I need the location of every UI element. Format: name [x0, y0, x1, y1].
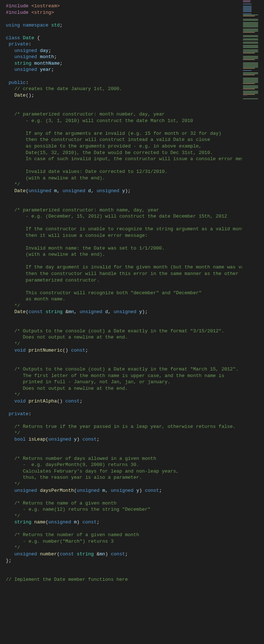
code-line[interactable]: then the constructor will construct inst…	[6, 137, 264, 143]
code-line[interactable]: /* Returns the number of a given named m…	[6, 532, 264, 538]
code-line[interactable]	[6, 360, 264, 366]
code-line[interactable]: /* Outputs to the console (cout) a Date …	[6, 328, 264, 335]
code-line[interactable]	[6, 321, 264, 328]
code-line[interactable]: Date();	[6, 92, 264, 99]
code-line[interactable]: unsigned month;	[6, 54, 264, 60]
code-line[interactable]: */	[6, 513, 264, 519]
code-line[interactable]: private:	[6, 41, 264, 48]
code-line[interactable]	[6, 220, 264, 226]
code-line[interactable]: /* Returns true if the year passed in is…	[6, 424, 264, 430]
code-line[interactable]: string monthName;	[6, 60, 264, 67]
code-line[interactable]: as month name.	[6, 296, 264, 303]
code-line[interactable]	[6, 105, 264, 112]
code-line[interactable]: */	[6, 430, 264, 437]
code-line[interactable]: */	[6, 481, 264, 487]
code-line[interactable]	[6, 16, 264, 22]
code-line[interactable]	[6, 98, 264, 105]
token-comment: parameterized constructor.	[6, 278, 102, 283]
code-line[interactable]: /* parameterized constructor: month name…	[6, 207, 264, 214]
code-line[interactable]: - e.g. number("March") returns 3	[6, 538, 264, 545]
code-line[interactable]	[6, 194, 264, 201]
code-line[interactable]: unsigned year;	[6, 66, 264, 73]
code-line[interactable]: (with a newline at the end).	[6, 251, 264, 258]
code-line[interactable]	[6, 124, 264, 130]
code-line[interactable]	[6, 570, 264, 577]
code-line[interactable]: bool isLeap(unsigned y) const;	[6, 436, 264, 443]
code-line[interactable]: string name(unsigned m) const;	[6, 519, 264, 526]
code-line[interactable]	[6, 201, 264, 207]
code-line[interactable]: void printAlpha() const;	[6, 398, 264, 405]
code-line[interactable]: then the constructor will handle this er…	[6, 271, 264, 277]
code-line[interactable]: If any of the arguments are invalid (e.g…	[6, 130, 264, 137]
code-line[interactable]: using namespace std;	[6, 22, 264, 29]
code-line[interactable]: printed in full - January, not Jan, jan,…	[6, 379, 264, 385]
token-func: Date	[14, 93, 25, 98]
code-line[interactable]	[6, 315, 264, 322]
code-line[interactable]: public:	[6, 80, 264, 86]
code-line[interactable]: unsigned number(const string &mn) const;	[6, 551, 264, 558]
code-line[interactable]: Invalid month name: the Date was set to …	[6, 245, 264, 252]
code-line[interactable]: Does not output a newline at the end.	[6, 334, 264, 341]
code-line[interactable]: /* parameterized constructor: month numb…	[6, 111, 264, 118]
code-line[interactable]: */	[6, 303, 264, 309]
code-line[interactable]	[6, 283, 264, 290]
code-line[interactable]: */	[6, 341, 264, 347]
code-line[interactable]: - e.g. name(12) returns the string "Dece…	[6, 506, 264, 513]
code-line[interactable]: */	[6, 544, 264, 551]
code-line[interactable]: If the day argument is invalid for the g…	[6, 264, 264, 271]
code-line[interactable]: Date(const string &mn, unsigned d, unsig…	[6, 309, 264, 315]
code-line[interactable]: unsigned daysPerMonth(unsigned m, unsign…	[6, 487, 264, 494]
code-line[interactable]: Date(unsigned m, unsigned d, unsigned y)…	[6, 188, 264, 194]
code-line[interactable]: as possible to the arguments provided - …	[6, 143, 264, 150]
code-line[interactable]: private:	[6, 411, 264, 417]
code-line[interactable]	[6, 494, 264, 500]
token-punct	[6, 366, 14, 372]
code-line[interactable]: The first letter of the month name is up…	[6, 373, 264, 379]
code-line[interactable]	[6, 353, 264, 360]
code-line[interactable]	[6, 239, 264, 245]
code-line[interactable]: If the constructor is unable to recogniz…	[6, 226, 264, 232]
code-line[interactable]	[6, 417, 264, 424]
code-line[interactable]: (with a newline at the end).	[6, 175, 264, 182]
code-line[interactable]	[6, 404, 264, 411]
code-line[interactable]: then it will issue a console error messa…	[6, 232, 264, 239]
code-line[interactable]: In case of such invalid input, the const…	[6, 156, 264, 162]
token-ident: day	[40, 48, 48, 53]
code-line[interactable]: class Date {	[6, 35, 264, 41]
code-line[interactable]: unsigned day;	[6, 48, 264, 54]
code-line[interactable]	[6, 28, 264, 35]
token-punct: ;	[85, 348, 88, 353]
code-line[interactable]: Does not output a newline at the end.	[6, 385, 264, 392]
code-line[interactable]: Calculates February's days for leap and …	[6, 468, 264, 475]
code-line[interactable]: */	[6, 181, 264, 188]
code-line[interactable]	[6, 449, 264, 455]
code-line[interactable]	[6, 162, 264, 169]
code-line[interactable]	[6, 73, 264, 80]
code-line[interactable]: Date(15, 32, 2010), the Date would be co…	[6, 150, 264, 156]
code-line[interactable]	[6, 258, 264, 264]
code-line[interactable]: */	[6, 392, 264, 398]
code-line[interactable]: #include <iostream>	[6, 3, 264, 9]
code-line[interactable]: - e.g. daysPerMonth(9, 2000) returns 30.	[6, 462, 264, 468]
code-editor[interactable]: #include <iostream>#include <string> usi…	[0, 0, 264, 586]
code-line[interactable]: This constructor will recognize both "de…	[6, 290, 264, 296]
code-line[interactable]	[6, 443, 264, 449]
code-line[interactable]: };	[6, 558, 264, 564]
code-line[interactable]: /* Outputs to the console (cout) a Date …	[6, 366, 264, 373]
code-line[interactable]: Invalid date values: Date corrected to 1…	[6, 169, 264, 175]
code-line[interactable]: thus, the reason year is also a paramete…	[6, 474, 264, 481]
code-line[interactable]: /* Returns the name of a given month	[6, 500, 264, 507]
code-line[interactable]: parameterized constructor.	[6, 277, 264, 284]
minimap[interactable]	[242, 0, 264, 644]
code-line[interactable]: // Implement the Date member functions h…	[6, 576, 264, 583]
code-line[interactable]	[6, 564, 264, 570]
code-line[interactable]: #include <string>	[6, 9, 264, 16]
token-comment: (with a newline at the end).	[6, 175, 105, 181]
code-line[interactable]	[6, 526, 264, 532]
code-line[interactable]: /* Returns number of days allowed in a g…	[6, 455, 264, 462]
code-line[interactable]: // creates the date January 1st, 2000.	[6, 86, 264, 92]
code-line[interactable]: void printNumeric() const;	[6, 347, 264, 354]
code-line[interactable]: - e.g. (3, 1, 2010) will construct the d…	[6, 118, 264, 124]
token-punct	[31, 519, 34, 525]
code-line[interactable]: - e.g. (December, 15, 2012) will constru…	[6, 213, 264, 220]
